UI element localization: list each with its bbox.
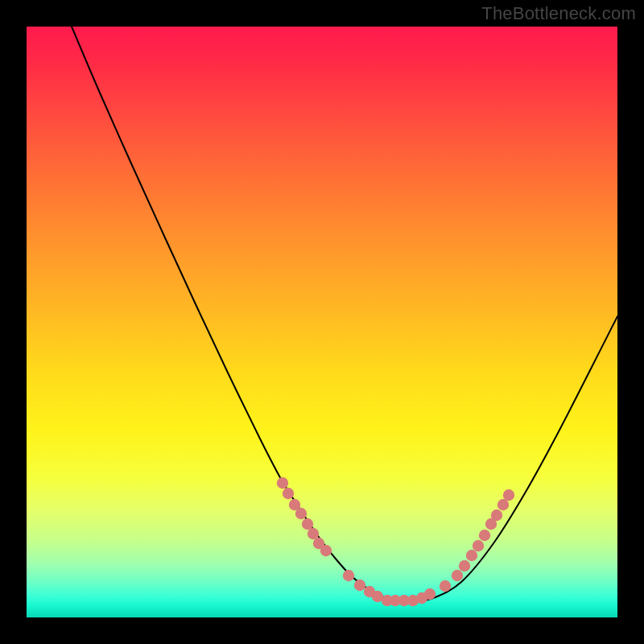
- marker-dot: [491, 510, 502, 521]
- watermark-text: TheBottleneck.com: [481, 3, 636, 24]
- marker-dot: [295, 508, 307, 519]
- marker-dot: [320, 545, 332, 556]
- curve-svg: [27, 27, 617, 617]
- marker-dot: [473, 540, 484, 551]
- marker-dot: [308, 528, 319, 539]
- marker-dot: [283, 488, 294, 499]
- data-markers: [277, 477, 514, 606]
- marker-dot: [452, 570, 463, 581]
- marker-dot: [459, 560, 470, 572]
- marker-dot: [354, 580, 365, 591]
- marker-dot: [440, 580, 451, 592]
- marker-dot: [466, 550, 477, 561]
- marker-dot: [277, 477, 288, 489]
- marker-dot: [497, 499, 509, 510]
- marker-dot: [424, 588, 436, 600]
- marker-dot: [479, 530, 490, 541]
- bottleneck-curve: [72, 27, 617, 601]
- chart-frame: TheBottleneck.com: [0, 0, 644, 644]
- plot-area: [27, 27, 617, 617]
- marker-dot: [343, 570, 354, 581]
- marker-dot: [503, 489, 514, 501]
- marker-dot: [302, 518, 313, 530]
